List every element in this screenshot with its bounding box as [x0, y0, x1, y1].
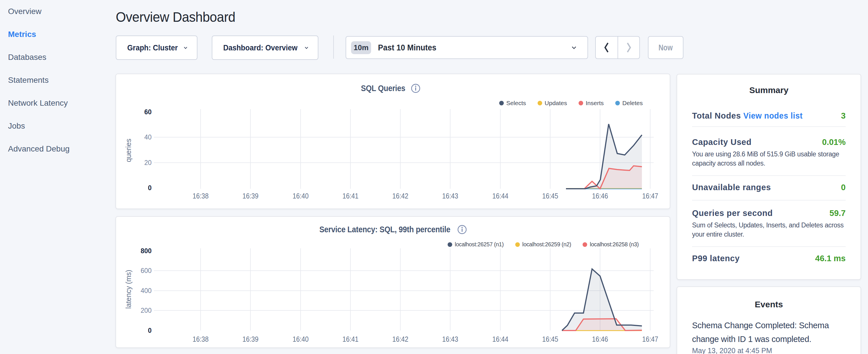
- svg-text:16:40: 16:40: [292, 192, 309, 200]
- svg-text:16:40: 16:40: [292, 335, 309, 344]
- svg-text:16:45: 16:45: [542, 192, 558, 200]
- svg-text:16:43: 16:43: [442, 335, 458, 344]
- svg-text:16:42: 16:42: [392, 335, 408, 344]
- svg-text:16:41: 16:41: [342, 335, 359, 344]
- svg-text:40: 40: [144, 133, 152, 141]
- svg-text:16:41: 16:41: [342, 192, 359, 200]
- svg-text:200: 200: [141, 307, 152, 314]
- svg-text:800: 800: [141, 247, 152, 255]
- svg-text:16:38: 16:38: [192, 335, 209, 344]
- svg-text:16:46: 16:46: [592, 192, 608, 200]
- svg-text:16:39: 16:39: [242, 192, 258, 200]
- svg-text:16:44: 16:44: [492, 335, 508, 344]
- svg-text:16:44: 16:44: [492, 192, 508, 200]
- svg-text:400: 400: [141, 287, 152, 294]
- svg-text:queries: queries: [124, 139, 132, 162]
- svg-text:16:39: 16:39: [242, 335, 258, 344]
- svg-text:0: 0: [148, 184, 152, 192]
- svg-text:16:46: 16:46: [592, 335, 608, 344]
- svg-text:16:38: 16:38: [192, 192, 209, 200]
- svg-text:16:47: 16:47: [642, 335, 658, 344]
- svg-text:16:43: 16:43: [442, 192, 458, 200]
- svg-text:16:45: 16:45: [542, 335, 558, 344]
- svg-text:60: 60: [144, 108, 152, 116]
- svg-text:latency (ms): latency (ms): [124, 270, 132, 309]
- svg-text:16:47: 16:47: [642, 192, 658, 200]
- svg-text:600: 600: [141, 267, 152, 275]
- svg-text:0: 0: [148, 327, 152, 334]
- svg-text:16:42: 16:42: [392, 192, 408, 200]
- svg-text:20: 20: [144, 159, 152, 166]
